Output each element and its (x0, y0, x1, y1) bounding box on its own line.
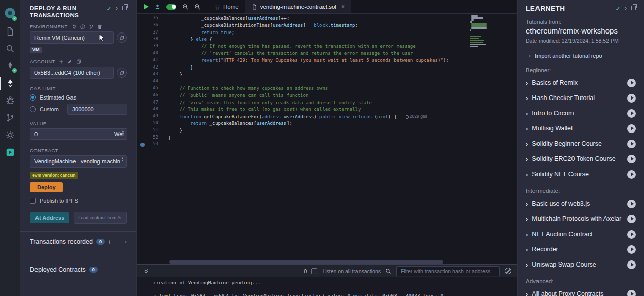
code-line[interactable]: function getCupcakeBalanceFor(address us… (168, 113, 517, 120)
at-address-input[interactable] (74, 212, 127, 224)
line-number[interactable]: 47 (153, 100, 158, 105)
play-tutorial-button[interactable] (627, 260, 636, 269)
popout-icon[interactable] (122, 6, 127, 10)
play-tutorial-button[interactable] (627, 245, 636, 254)
line-number[interactable]: 42 (153, 64, 158, 70)
play-tutorial-button[interactable] (627, 140, 636, 148)
close-tab-icon[interactable]: × (341, 3, 345, 10)
account-select[interactable]: 0x5B3...eddC4 (100 ether) (30, 67, 114, 79)
tutorial-item[interactable]: ›Intro to Circom (526, 106, 636, 121)
line-number[interactable]: 43 (153, 71, 158, 76)
info-icon[interactable]: i (109, 239, 110, 245)
code-line[interactable]: _cupcakeBalances[userAddress]++; (168, 15, 517, 22)
line-number[interactable]: 53 (153, 141, 158, 146)
line-number[interactable]: 48 (153, 106, 158, 111)
line-number[interactable]: 35 (153, 15, 158, 20)
code-line[interactable]: // If not enough time has passed, revert… (168, 43, 517, 50)
expand-terminal-icon[interactable] (143, 268, 149, 274)
tutorial-item[interactable]: ›Multisig Wallet (526, 121, 636, 136)
import-tutorial-repo-link[interactable]: › Import another tutorial repo (526, 53, 636, 59)
play-tutorial-button[interactable] (627, 215, 636, 223)
tutorial-item[interactable]: ›Basics of Remix (526, 75, 636, 90)
search-icon[interactable] (0, 40, 20, 57)
code-editor[interactable]: 35363738394041424344454647484950515253 _… (137, 14, 517, 260)
code-line[interactable]: // Function to check how many cupcakes a… (168, 85, 517, 92)
trash-icon[interactable] (97, 24, 102, 29)
zoom-in-icon[interactable] (194, 4, 201, 10)
remix-logo[interactable]: ✓ (0, 3, 20, 23)
clear-console-icon[interactable] (505, 268, 511, 274)
line-number[interactable]: 45 (153, 85, 158, 90)
tab-home[interactable]: Home (208, 0, 245, 13)
code-line[interactable] (168, 78, 517, 85)
tutorial-item[interactable]: ›Multichain Protocols with Axelar (526, 211, 636, 226)
editor-gutter[interactable]: 35363738394041424344454647484950515253 (137, 14, 168, 260)
fork-icon[interactable] (89, 24, 94, 29)
fork-state-button[interactable] (117, 32, 127, 43)
play-tutorial-button[interactable] (627, 170, 636, 179)
value-unit-select[interactable]: Wei ▴▾ (111, 128, 127, 140)
play-tutorial-button[interactable] (627, 290, 636, 296)
code-line[interactable]: return _cupcakeBalances[userAddress]; (168, 120, 517, 127)
custom-gas-radio[interactable] (30, 106, 36, 112)
tutorial-item[interactable]: ›All about Proxy Contracts (526, 286, 636, 296)
line-number[interactable]: 39 (153, 43, 158, 48)
line-number[interactable]: 50 (153, 120, 158, 125)
editor-code[interactable]: _cupcakeBalances[userAddress]++; _cupcak… (168, 14, 517, 260)
code-line[interactable]: } (168, 71, 517, 78)
info-icon[interactable] (80, 24, 85, 29)
tab-vending-machine-contract[interactable]: vending-machine-contract.sol × (245, 0, 351, 13)
code-line[interactable]: } else { (168, 36, 517, 43)
terminal-logs[interactable]: creation of VendingMachine pending... ✔[… (137, 277, 517, 296)
deploy-run-icon[interactable] (0, 75, 20, 92)
zoom-out-icon[interactable] (182, 4, 189, 10)
estimated-gas-radio[interactable] (30, 94, 36, 101)
code-line[interactable]: } (168, 135, 517, 142)
contract-select[interactable]: VendingMachine - vending-machin ▴▾ (30, 155, 127, 168)
copy-icon[interactable] (76, 59, 81, 64)
deploy-button[interactable]: Deploy (30, 182, 63, 192)
line-number[interactable]: 36 (153, 22, 158, 27)
value-input[interactable] (30, 128, 111, 140)
editor-toggle-on[interactable] (166, 4, 176, 10)
debugger-icon[interactable] (0, 92, 20, 109)
contract-stepper-icon[interactable]: ▴▾ (122, 157, 123, 162)
code-line[interactable]: _cupcakeDistributionTimes[userAddress] =… (168, 22, 517, 29)
terminal-filter-input[interactable] (396, 266, 500, 276)
popout-icon[interactable] (631, 6, 636, 10)
tutorial-item[interactable]: ›Solidity ERC20 Token Course (526, 151, 636, 167)
tutorial-item[interactable]: ›Uniswap Swap Course (526, 257, 636, 272)
play-tutorial-button[interactable] (627, 124, 636, 133)
custom-gas-input[interactable] (67, 104, 127, 115)
play-tutorial-button[interactable] (627, 109, 636, 118)
solidity-compiler-icon[interactable]: ✓ (0, 57, 20, 75)
file-explorer-icon[interactable] (0, 23, 20, 40)
tutorial-item[interactable]: ›NFT Auction Contract (526, 226, 636, 242)
line-number[interactable]: 41 (153, 57, 158, 62)
listen-all-transactions-checkbox[interactable] (311, 268, 317, 274)
horizontal-scrollbar-track[interactable] (137, 260, 517, 264)
at-address-button[interactable]: At Address (30, 212, 69, 223)
run-script-icon[interactable] (144, 4, 149, 9)
line-number[interactable]: 46 (153, 92, 158, 97)
tutorial-item[interactable]: ›Solidity NFT Course (526, 167, 636, 182)
play-tutorial-button[interactable] (627, 155, 636, 163)
expand-chevron-icon[interactable]: › (125, 239, 127, 245)
source-control-icon[interactable] (0, 109, 20, 126)
deployed-contracts-row[interactable]: Deployed Contracts 0 (30, 259, 127, 280)
tutorial-item[interactable]: ›Hash Checker Tutorial (526, 90, 636, 106)
code-line[interactable]: // 'revert' cancels the transaction and … (168, 50, 517, 57)
tutorial-item[interactable]: ›Solidity Beginner Course (526, 136, 636, 151)
learneth-icon[interactable] (0, 144, 20, 161)
code-line[interactable]: return true; (168, 29, 517, 37)
line-number[interactable]: 37 (153, 29, 158, 35)
code-line[interactable]: // 'public' means anyone can call this f… (168, 92, 517, 100)
transactions-recorded-row[interactable]: Transactions recorded 0 i › (30, 232, 127, 252)
remixai-user-icon[interactable] (154, 4, 161, 10)
edit-icon[interactable] (67, 59, 73, 64)
line-number[interactable]: 38 (153, 36, 158, 41)
code-line[interactable]: revert("HTTP 429: Too Many Cupcakes (you… (168, 57, 517, 64)
add-account-icon[interactable] (59, 59, 64, 64)
chevron-right-icon[interactable]: › (625, 6, 627, 11)
code-line[interactable]: } (168, 127, 517, 135)
